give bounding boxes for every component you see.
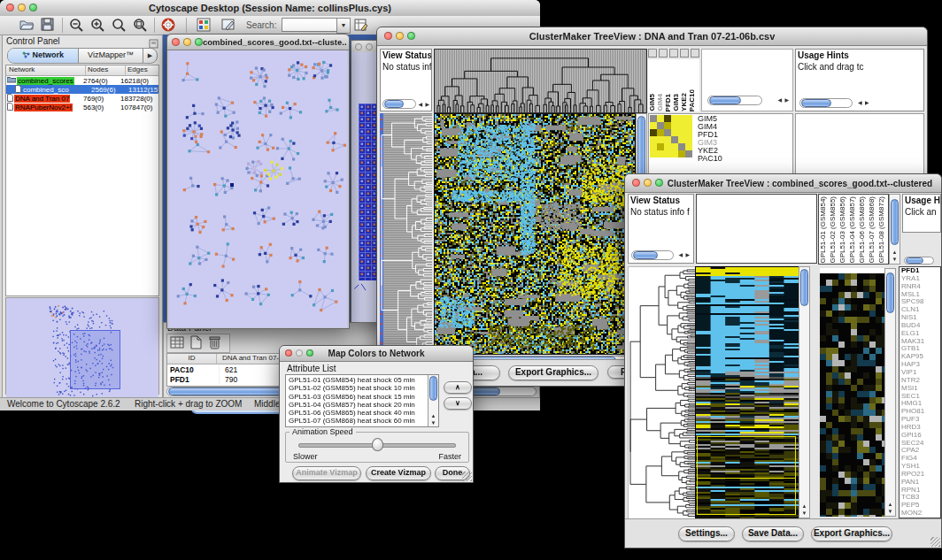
close-button[interactable] <box>355 43 362 50</box>
minimize-button[interactable] <box>183 38 191 46</box>
zoom-button[interactable] <box>195 38 203 46</box>
close-button[interactable] <box>172 38 180 46</box>
dp-col-id[interactable]: ID <box>167 354 217 364</box>
search-dropdown-button[interactable]: ▼ <box>336 18 351 34</box>
tv1-column-label[interactable]: YKE2 <box>680 93 688 111</box>
matrix-cell[interactable] <box>671 136 678 143</box>
minimize-button[interactable] <box>644 179 652 187</box>
matrix-cell[interactable] <box>685 150 692 157</box>
matrix-cell[interactable] <box>650 129 657 136</box>
tv1-col-scrollbar[interactable] <box>707 96 762 105</box>
matrix-cell[interactable] <box>678 143 685 150</box>
attribute-list-item[interactable]: GPL51-06 (GSM865) heat shock 40 min <box>287 409 427 417</box>
save-data-button[interactable]: Save Data... <box>742 526 804 541</box>
treeview1-titlebar[interactable]: ClusterMaker TreeView : DNA and Tran 07-… <box>377 27 927 46</box>
save-icon[interactable] <box>41 18 55 35</box>
tv2-zoom-vscrollbar[interactable]: ▲ ▼ <box>884 268 896 517</box>
matrix-cell[interactable] <box>678 136 685 143</box>
scroll-right-arrow-icon[interactable]: ▶ <box>784 96 789 104</box>
col-header-nodes[interactable]: Nodes <box>86 65 126 75</box>
animation-speed-slider-thumb[interactable] <box>372 438 383 451</box>
tv2-row-dendrogram[interactable] <box>628 266 696 520</box>
matrix-cell[interactable] <box>664 122 671 129</box>
matrix-cell[interactable] <box>671 129 678 136</box>
move-down-button[interactable]: ∨ <box>444 397 472 410</box>
dialog-titlebar[interactable]: Map Colors to Network <box>280 346 473 362</box>
matrix-cell[interactable] <box>657 115 664 122</box>
tv1-hints-scrollbar[interactable] <box>799 98 853 108</box>
tv1-matrix-toolbar[interactable] <box>648 49 699 58</box>
scroll-left-arrow-icon[interactable]: ◀ <box>777 96 782 104</box>
scroll-left-arrow-icon[interactable]: ◀ <box>858 99 862 107</box>
scroll-right-arrow-icon[interactable]: ▶ <box>685 251 690 259</box>
matrix-cell[interactable] <box>664 136 671 143</box>
matrix-cell[interactable] <box>657 150 664 157</box>
matrix-cell[interactable] <box>671 115 678 122</box>
attribute-list-item[interactable]: GPL51-04 (GSM857) heat shock 20 min <box>287 401 427 409</box>
matrix-cell[interactable] <box>685 136 692 143</box>
scroll-up-arrow-icon[interactable]: ▲ <box>890 249 900 256</box>
tv2-column-label[interactable]: GPL51-06 (GSM865) <box>858 196 868 264</box>
matrix-cell[interactable] <box>650 115 657 122</box>
delete-attribute-icon[interactable] <box>208 335 221 353</box>
matrix-cell[interactable] <box>685 122 692 129</box>
main-titlebar[interactable]: Cytoscape Desktop (Session Name: collins… <box>0 0 540 17</box>
matrix-cell[interactable] <box>650 150 657 157</box>
scroll-right-arrow-icon[interactable]: ▶ <box>865 99 869 107</box>
tv2-status-scrollbar[interactable] <box>631 250 674 260</box>
tv2-hints-scrollbar[interactable] <box>904 257 934 265</box>
tv2-column-label[interactable]: GPL51-03 (GSM856) <box>838 196 848 264</box>
scroll-up-arrow-icon[interactable]: ▲ <box>429 413 438 419</box>
matrix-cell[interactable] <box>650 122 657 129</box>
new-attribute-icon[interactable] <box>189 335 203 353</box>
tv2-zoom-heatmap[interactable] <box>820 268 884 517</box>
tv1-column-label[interactable]: GIM5 <box>648 94 656 111</box>
scroll-down-arrow-icon[interactable]: ▼ <box>890 257 900 263</box>
gene-label[interactable]: MON2 <box>900 510 940 518</box>
col-header-edges[interactable]: Edges <box>126 65 158 75</box>
scroll-left-arrow-icon[interactable]: ◀ <box>418 101 422 109</box>
matrix-cell[interactable] <box>650 136 657 143</box>
tv1-column-label[interactable]: PAC10 <box>688 89 696 111</box>
scroll-right-arrow-icon[interactable]: ▶ <box>425 101 429 109</box>
tv2-heatmap[interactable] <box>695 266 799 519</box>
network-table-row[interactable]: RNAPuberNov2+!563(0)107847(0) <box>6 103 158 111</box>
move-up-button[interactable]: ∧ <box>444 381 472 394</box>
search-input[interactable] <box>282 18 338 32</box>
export-graphics-button[interactable]: Export Graphics... <box>811 526 892 541</box>
matrix-cell[interactable] <box>678 129 685 136</box>
scroll-down-arrow-icon[interactable]: ▼ <box>799 510 809 517</box>
matrix-cell[interactable] <box>685 129 692 136</box>
attribute-list-item[interactable]: GPL51-03 (GSM856) heat shock 15 min <box>287 393 427 401</box>
tv2-column-label[interactable]: GPL51-04 (GSM857) <box>848 196 858 264</box>
col-header-network[interactable]: Network <box>6 65 86 75</box>
tv2-column-label[interactable]: GPL51-07 (GSM868) <box>868 196 877 264</box>
matrix-cell[interactable] <box>664 129 671 136</box>
matrix-cell[interactable] <box>664 150 671 157</box>
scroll-up-arrow-icon[interactable]: ▲ <box>799 503 809 510</box>
matrix-cell[interactable] <box>678 150 685 157</box>
attribute-list[interactable]: GPL51-01 (GSM854) heat shock 05 minGPL51… <box>285 374 439 427</box>
create-vizmap-button[interactable]: Create Vizmap <box>366 466 431 480</box>
matrix-cell[interactable] <box>671 143 678 150</box>
tv2-column-dendrogram[interactable] <box>696 194 817 264</box>
matrix-cell[interactable] <box>671 150 678 157</box>
scroll-left-arrow-icon[interactable]: ◀ <box>678 251 683 259</box>
network-window-titlebar[interactable]: combined_scores_good.txt--cluste... <box>167 35 349 50</box>
attribute-table-icon[interactable] <box>170 335 185 353</box>
zoom-in-icon[interactable] <box>90 18 105 36</box>
matrix-cell[interactable] <box>657 122 664 129</box>
tv1-column-label[interactable]: PFD1 <box>664 94 672 111</box>
matrix-cell[interactable] <box>685 115 692 122</box>
tv2-collabel-scrollbar[interactable]: ▲ ▼ <box>889 194 900 265</box>
matrix-cell[interactable] <box>657 136 664 143</box>
tv2-column-label[interactable]: GPL51-02 (GSM855) <box>829 196 838 264</box>
attribute-list-item[interactable]: GPL51-07 (GSM868) heat shock 60 min <box>287 417 427 425</box>
resize-grip[interactable] <box>930 537 940 547</box>
matrix-cell[interactable] <box>664 143 671 150</box>
tab-network[interactable]: Network <box>8 49 79 63</box>
matrix-cell[interactable] <box>678 115 685 122</box>
matrix-cell[interactable] <box>685 143 692 150</box>
animate-vizmap-button[interactable]: Animate Vizmap <box>292 466 361 480</box>
matrix-cell[interactable] <box>671 122 678 129</box>
